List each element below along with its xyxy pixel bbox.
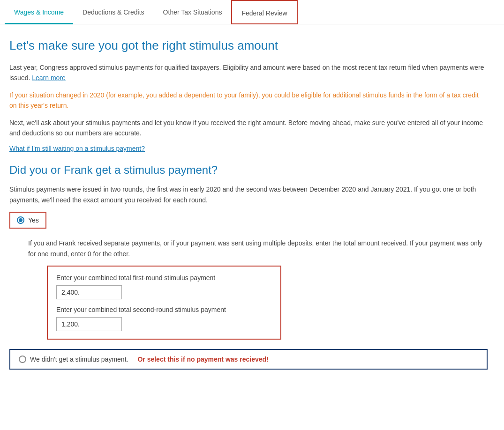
second-round-group: Enter your combined total second-round s… bbox=[56, 306, 272, 331]
tab-deductions[interactable]: Deductions & Credits bbox=[73, 0, 154, 24]
learn-more-link[interactable]: Learn more bbox=[32, 74, 66, 82]
para1: Last year, Congress approved stimulus pa… bbox=[9, 62, 488, 83]
nav-tabs: Wages & Income Deductions & Credits Othe… bbox=[0, 0, 504, 24]
main-content: Let's make sure you got the right stimul… bbox=[0, 24, 497, 384]
first-round-input[interactable] bbox=[56, 285, 122, 299]
para1-text: Last year, Congress approved stimulus pa… bbox=[9, 64, 484, 82]
no-payment-label: We didn't get a stimulus payment. bbox=[30, 356, 128, 363]
waiting-link[interactable]: What if I'm still waiting on a stimulus … bbox=[9, 145, 145, 152]
yes-radio-icon bbox=[17, 216, 24, 224]
page-main-heading: Let's make sure you got the right stimul… bbox=[9, 38, 488, 53]
yes-radio-label: Yes bbox=[28, 216, 39, 224]
first-round-label: Enter your combined total first-round st… bbox=[56, 274, 272, 282]
para3: Next, we'll ask about your stimulus paym… bbox=[9, 118, 488, 139]
yes-detail-text: If you and Frank received separate payme… bbox=[28, 238, 488, 259]
yes-radio-option[interactable]: Yes bbox=[9, 212, 46, 229]
tab-other[interactable]: Other Tax Situations bbox=[154, 0, 232, 24]
payment-inputs-box: Enter your combined total first-round st… bbox=[47, 266, 281, 340]
no-payment-note: Or select this if no payment was recieve… bbox=[137, 356, 268, 363]
tab-wages[interactable]: Wages & Income bbox=[5, 0, 73, 24]
no-payment-option[interactable]: We didn't get a stimulus payment. Or sel… bbox=[9, 349, 488, 370]
para2: If your situation changed in 2020 (for e… bbox=[9, 90, 488, 111]
second-round-input[interactable] bbox=[56, 317, 122, 331]
stimulus-para: Stimulus payments were issued in two rou… bbox=[9, 184, 488, 205]
first-round-group: Enter your combined total first-round st… bbox=[56, 274, 272, 299]
no-payment-radio-icon bbox=[19, 356, 26, 363]
yes-detail-section: If you and Frank received separate payme… bbox=[28, 238, 488, 340]
second-round-label: Enter your combined total second-round s… bbox=[56, 306, 272, 313]
tab-federal[interactable]: Federal Review bbox=[231, 0, 297, 24]
sub-heading: Did you or Frank get a stimulus payment? bbox=[9, 163, 488, 177]
